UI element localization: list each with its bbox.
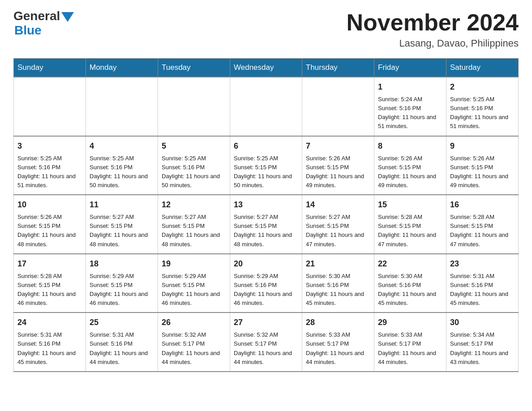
day-info: Sunrise: 5:27 AM Sunset: 5:15 PM Dayligh…: [90, 213, 154, 249]
calendar-day-cell: 26Sunrise: 5:32 AM Sunset: 5:17 PM Dayli…: [158, 313, 230, 372]
calendar-day-cell: 19Sunrise: 5:29 AM Sunset: 5:15 PM Dayli…: [158, 254, 230, 313]
day-number: 15: [378, 199, 442, 211]
day-info: Sunrise: 5:32 AM Sunset: 5:17 PM Dayligh…: [234, 330, 298, 367]
calendar-header-row: SundayMondayTuesdayWednesdayThursdayFrid…: [14, 59, 519, 77]
calendar-weekday-header: Friday: [374, 59, 446, 77]
calendar-weekday-header: Monday: [86, 59, 158, 77]
day-info: Sunrise: 5:28 AM Sunset: 5:15 PM Dayligh…: [450, 213, 515, 249]
day-info: Sunrise: 5:25 AM Sunset: 5:16 PM Dayligh…: [17, 154, 82, 190]
day-number: 14: [306, 199, 370, 211]
day-info: Sunrise: 5:26 AM Sunset: 5:15 PM Dayligh…: [378, 154, 442, 190]
page-header: General Blue November 2024 Lasang, Davao…: [13, 9, 519, 49]
logo-blue-text: Blue: [14, 23, 42, 38]
day-number: 23: [450, 258, 515, 270]
calendar-day-cell: 17Sunrise: 5:28 AM Sunset: 5:15 PM Dayli…: [14, 254, 86, 313]
calendar-day-cell: 21Sunrise: 5:30 AM Sunset: 5:16 PM Dayli…: [302, 254, 374, 313]
day-info: Sunrise: 5:34 AM Sunset: 5:17 PM Dayligh…: [450, 330, 515, 367]
day-number: 4: [90, 140, 154, 152]
calendar-day-cell: [230, 77, 302, 136]
calendar-table: SundayMondayTuesdayWednesdayThursdayFrid…: [13, 58, 519, 372]
day-info: Sunrise: 5:28 AM Sunset: 5:15 PM Dayligh…: [17, 272, 82, 308]
day-number: 2: [450, 81, 515, 93]
calendar-day-cell: 9Sunrise: 5:26 AM Sunset: 5:15 PM Daylig…: [446, 136, 519, 195]
day-info: Sunrise: 5:29 AM Sunset: 5:15 PM Dayligh…: [90, 272, 154, 308]
day-number: 5: [162, 140, 226, 152]
calendar-day-cell: 12Sunrise: 5:27 AM Sunset: 5:15 PM Dayli…: [158, 195, 230, 254]
day-info: Sunrise: 5:31 AM Sunset: 5:16 PM Dayligh…: [450, 272, 515, 308]
day-info: Sunrise: 5:30 AM Sunset: 5:16 PM Dayligh…: [378, 272, 442, 308]
day-number: 16: [450, 199, 515, 211]
calendar-day-cell: 20Sunrise: 5:29 AM Sunset: 5:16 PM Dayli…: [230, 254, 302, 313]
logo-general-text: General: [13, 9, 60, 23]
day-info: Sunrise: 5:29 AM Sunset: 5:15 PM Dayligh…: [162, 272, 226, 308]
day-info: Sunrise: 5:27 AM Sunset: 5:15 PM Dayligh…: [162, 213, 226, 249]
day-number: 30: [450, 317, 515, 329]
calendar-day-cell: 10Sunrise: 5:26 AM Sunset: 5:15 PM Dayli…: [14, 195, 86, 254]
day-number: 12: [162, 199, 226, 211]
day-number: 24: [17, 317, 82, 329]
day-info: Sunrise: 5:26 AM Sunset: 5:15 PM Dayligh…: [306, 154, 370, 190]
day-number: 9: [450, 140, 515, 152]
calendar-day-cell: 23Sunrise: 5:31 AM Sunset: 5:16 PM Dayli…: [446, 254, 519, 313]
day-info: Sunrise: 5:25 AM Sunset: 5:15 PM Dayligh…: [234, 154, 298, 190]
day-info: Sunrise: 5:26 AM Sunset: 5:15 PM Dayligh…: [450, 154, 515, 190]
calendar-day-cell: [14, 77, 86, 136]
day-number: 1: [378, 81, 442, 93]
calendar-day-cell: 8Sunrise: 5:26 AM Sunset: 5:15 PM Daylig…: [374, 136, 446, 195]
location-subtitle: Lasang, Davao, Philippines: [347, 38, 519, 49]
day-number: 6: [234, 140, 298, 152]
title-section: November 2024 Lasang, Davao, Philippines: [347, 9, 519, 49]
day-info: Sunrise: 5:33 AM Sunset: 5:17 PM Dayligh…: [306, 330, 370, 367]
day-number: 17: [17, 258, 82, 270]
calendar-day-cell: 5Sunrise: 5:25 AM Sunset: 5:16 PM Daylig…: [158, 136, 230, 195]
day-number: 28: [306, 317, 370, 329]
logo-triangle-icon: [61, 12, 74, 22]
day-number: 25: [90, 317, 154, 329]
calendar-day-cell: 28Sunrise: 5:33 AM Sunset: 5:17 PM Dayli…: [302, 313, 374, 372]
day-info: Sunrise: 5:28 AM Sunset: 5:15 PM Dayligh…: [378, 213, 442, 249]
calendar-day-cell: 27Sunrise: 5:32 AM Sunset: 5:17 PM Dayli…: [230, 313, 302, 372]
calendar-week-row: 1Sunrise: 5:24 AM Sunset: 5:16 PM Daylig…: [14, 77, 519, 136]
calendar-week-row: 3Sunrise: 5:25 AM Sunset: 5:16 PM Daylig…: [14, 136, 519, 195]
calendar-day-cell: [302, 77, 374, 136]
calendar-weekday-header: Tuesday: [158, 59, 230, 77]
day-info: Sunrise: 5:26 AM Sunset: 5:15 PM Dayligh…: [17, 213, 82, 249]
day-number: 7: [306, 140, 370, 152]
calendar-day-cell: 3Sunrise: 5:25 AM Sunset: 5:16 PM Daylig…: [14, 136, 86, 195]
calendar-day-cell: 22Sunrise: 5:30 AM Sunset: 5:16 PM Dayli…: [374, 254, 446, 313]
day-number: 10: [17, 199, 82, 211]
calendar-week-row: 10Sunrise: 5:26 AM Sunset: 5:15 PM Dayli…: [14, 195, 519, 254]
day-info: Sunrise: 5:32 AM Sunset: 5:17 PM Dayligh…: [162, 330, 226, 367]
calendar-weekday-header: Thursday: [302, 59, 374, 77]
calendar-day-cell: 4Sunrise: 5:25 AM Sunset: 5:16 PM Daylig…: [86, 136, 158, 195]
day-info: Sunrise: 5:24 AM Sunset: 5:16 PM Dayligh…: [378, 95, 442, 131]
day-info: Sunrise: 5:31 AM Sunset: 5:16 PM Dayligh…: [90, 330, 154, 367]
calendar-day-cell: 1Sunrise: 5:24 AM Sunset: 5:16 PM Daylig…: [374, 77, 446, 136]
day-info: Sunrise: 5:30 AM Sunset: 5:16 PM Dayligh…: [306, 272, 370, 308]
calendar-week-row: 24Sunrise: 5:31 AM Sunset: 5:16 PM Dayli…: [14, 313, 519, 372]
day-number: 20: [234, 258, 298, 270]
calendar-day-cell: 2Sunrise: 5:25 AM Sunset: 5:16 PM Daylig…: [446, 77, 519, 136]
day-number: 3: [17, 140, 82, 152]
month-year-title: November 2024: [347, 9, 519, 36]
calendar-day-cell: 30Sunrise: 5:34 AM Sunset: 5:17 PM Dayli…: [446, 313, 519, 372]
day-number: 11: [90, 199, 154, 211]
calendar-weekday-header: Sunday: [14, 59, 86, 77]
calendar-weekday-header: Saturday: [446, 59, 519, 77]
day-number: 26: [162, 317, 226, 329]
calendar-day-cell: 24Sunrise: 5:31 AM Sunset: 5:16 PM Dayli…: [14, 313, 86, 372]
day-info: Sunrise: 5:27 AM Sunset: 5:15 PM Dayligh…: [234, 213, 298, 249]
day-info: Sunrise: 5:31 AM Sunset: 5:16 PM Dayligh…: [17, 330, 82, 367]
day-info: Sunrise: 5:25 AM Sunset: 5:16 PM Dayligh…: [162, 154, 226, 190]
day-number: 29: [378, 317, 442, 329]
calendar-week-row: 17Sunrise: 5:28 AM Sunset: 5:15 PM Dayli…: [14, 254, 519, 313]
day-number: 22: [378, 258, 442, 270]
day-info: Sunrise: 5:27 AM Sunset: 5:15 PM Dayligh…: [306, 213, 370, 249]
calendar-day-cell: 16Sunrise: 5:28 AM Sunset: 5:15 PM Dayli…: [446, 195, 519, 254]
calendar-day-cell: 18Sunrise: 5:29 AM Sunset: 5:15 PM Dayli…: [86, 254, 158, 313]
day-number: 18: [90, 258, 154, 270]
calendar-day-cell: 29Sunrise: 5:33 AM Sunset: 5:17 PM Dayli…: [374, 313, 446, 372]
day-info: Sunrise: 5:29 AM Sunset: 5:16 PM Dayligh…: [234, 272, 298, 308]
calendar-day-cell: 13Sunrise: 5:27 AM Sunset: 5:15 PM Dayli…: [230, 195, 302, 254]
day-number: 13: [234, 199, 298, 211]
